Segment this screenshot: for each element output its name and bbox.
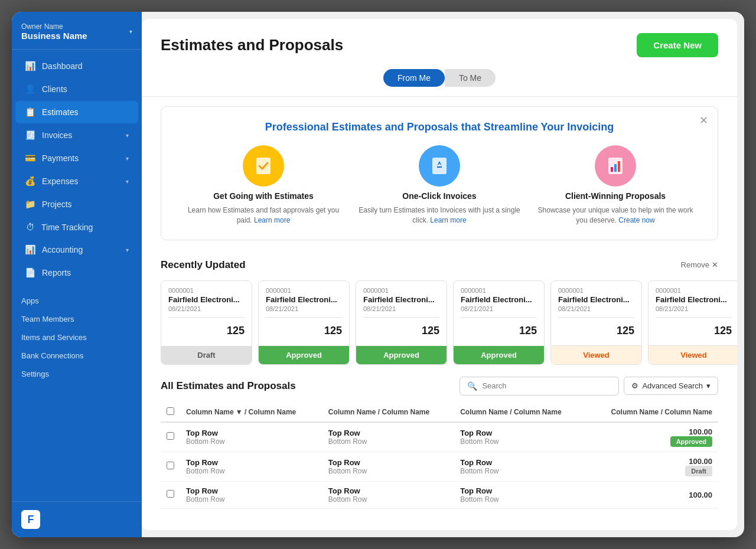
estimates-icon: 📋 [25, 107, 36, 117]
sidebar-item-reports[interactable]: 📄 Reports [15, 262, 138, 284]
remove-x-icon: ✕ [712, 260, 718, 269]
sidebar-item-payments[interactable]: 💳 Payments ▾ [15, 147, 138, 169]
create-new-button[interactable]: Create New [637, 33, 718, 57]
row-checkbox[interactable] [167, 462, 174, 469]
estimate-card-5[interactable]: 0000001 Fairfield Electroni... 08/21/202… [550, 280, 642, 365]
search-input[interactable] [482, 381, 611, 390]
items-services-label: Items and Services [21, 333, 87, 342]
recently-updated-cards: 0000001 Fairfield Electroni... 08/21/202… [142, 276, 737, 372]
client-winning-link[interactable]: Create now [618, 216, 654, 224]
card-amount: 125 [363, 322, 439, 339]
recently-updated-header: Recently Updated Remove ✕ [142, 254, 737, 276]
card-date: 08/21/2021 [558, 305, 634, 312]
sidebar-item-label: Time Tracking [41, 223, 93, 232]
card-amount: 125 [266, 322, 342, 339]
card-status: Approved [454, 346, 544, 364]
main-content: Estimates and Proposals Create New From … [142, 19, 737, 530]
one-click-link[interactable]: Learn more [430, 216, 466, 224]
row1-amount: 100.00 Approved [586, 422, 718, 452]
row1-col1: Top Row Bottom Row [180, 422, 322, 452]
col4-header: Column Name / Column Name [586, 403, 718, 422]
estimate-card-3[interactable]: 0000001 Fairfield Electroni... 08/21/202… [356, 280, 447, 365]
card-date: 08/21/2021 [461, 305, 537, 312]
sidebar-item-items-services[interactable]: Items and Services [12, 328, 142, 347]
svg-rect-4 [614, 164, 617, 172]
sidebar-header[interactable]: Owner Name Business Name ▾ [12, 12, 142, 50]
get-going-link[interactable]: Learn more [254, 216, 290, 224]
expenses-chevron-icon: ▾ [126, 178, 129, 185]
sidebar-item-apps[interactable]: Apps [12, 292, 142, 310]
row2-col3: Top Row Bottom Row [454, 452, 586, 481]
promo-feature-get-going: Get Going with Estimates Learn how Estim… [180, 145, 347, 226]
estimate-card-1[interactable]: 0000001 Fairfield Electroni... 08/21/202… [161, 280, 252, 365]
sidebar-item-bank-connections[interactable]: Bank Connections [12, 347, 142, 365]
sidebar-item-label: Payments [42, 153, 79, 163]
card-date: 08/21/2021 [656, 305, 732, 312]
payments-chevron-icon: ▾ [126, 155, 129, 162]
sidebar-header-text: Owner Name Business Name [21, 22, 87, 41]
row1-col2: Top Row Bottom Row [322, 422, 454, 452]
row3-amount: 100.00 [586, 481, 718, 508]
estimate-card-4[interactable]: 0000001 Fairfield Electroni... 08/21/202… [453, 280, 545, 365]
sidebar-item-settings[interactable]: Settings [12, 365, 142, 383]
sidebar-item-accounting[interactable]: 📊 Accounting ▾ [15, 238, 138, 261]
sidebar-item-clients[interactable]: 👤 Clients [15, 78, 138, 100]
card-date: 08/21/2021 [363, 305, 439, 312]
sidebar-item-label: Clients [42, 84, 67, 94]
sidebar-item-team-members[interactable]: Team Members [12, 310, 142, 328]
card-status: Viewed [551, 345, 641, 364]
card-client: Fairfield Electroni... [168, 295, 245, 304]
page-title: Estimates and Proposals [161, 36, 343, 54]
settings-label: Settings [21, 370, 49, 378]
search-box: 🔍 [460, 377, 619, 396]
row-checkbox-cell[interactable] [161, 452, 180, 481]
row-checkbox[interactable] [167, 490, 174, 498]
col1-header[interactable]: Column Name ▼ / Column Name [180, 403, 322, 422]
table-row: Top Row Bottom Row Top Row Bottom Row To… [161, 481, 718, 508]
select-all-cell[interactable] [161, 403, 180, 422]
promo-close-button[interactable]: ✕ [699, 114, 708, 127]
svg-rect-5 [618, 161, 620, 172]
sidebar-item-projects[interactable]: 📁 Projects [15, 193, 138, 215]
owner-name: Owner Name [21, 22, 87, 31]
advanced-search-button[interactable]: ⚙ Advanced Search ▾ [624, 377, 718, 395]
tab-to-me[interactable]: To Me [445, 69, 496, 87]
row-checkbox-cell[interactable] [161, 422, 180, 452]
team-members-label: Team Members [21, 315, 74, 323]
one-click-title: One-Click Invoices [402, 191, 476, 201]
table-row: Top Row Bottom Row Top Row Bottom Row To… [161, 422, 718, 452]
sidebar-item-estimates[interactable]: 📋 Estimates [15, 101, 138, 123]
promo-feature-client-winning: Client-Winning Proposals Showcase your u… [532, 145, 699, 226]
accounting-chevron-icon: ▾ [126, 247, 129, 253]
page-header: Estimates and Proposals Create New [142, 19, 737, 67]
sidebar-item-label: Expenses [42, 177, 78, 186]
row-checkbox[interactable] [167, 432, 174, 440]
one-click-desc: Easily turn Estimates into Invoices with… [356, 205, 523, 226]
search-icon: 🔍 [467, 381, 477, 391]
tab-from-me[interactable]: From Me [383, 69, 445, 87]
sidebar-item-expenses[interactable]: 💰 Expenses ▾ [15, 170, 138, 192]
get-going-icon [243, 145, 284, 187]
remove-button[interactable]: Remove ✕ [681, 260, 718, 269]
card-status: Approved [356, 346, 447, 364]
estimate-card-6[interactable]: 0000001 Fairfield Electroni... 08/21/202… [648, 280, 737, 365]
card-date: 08/21/2021 [168, 305, 245, 312]
sidebar-item-dashboard[interactable]: 📊 Dashboard [15, 55, 138, 77]
payments-icon: 💳 [25, 153, 36, 164]
estimate-card-2[interactable]: 0000001 Fairfield Electroni... 08/21/202… [258, 280, 350, 365]
advanced-search-label: Advanced Search [642, 381, 703, 390]
status-badge: Approved [670, 436, 712, 447]
sidebar-item-label: Estimates [42, 107, 78, 117]
row1-col3: Top Row Bottom Row [454, 422, 586, 452]
select-all-checkbox[interactable] [167, 407, 174, 415]
sidebar-item-invoices[interactable]: 🧾 Invoices ▾ [15, 124, 138, 146]
business-name: Business Name [21, 31, 87, 41]
app-container: Owner Name Business Name ▾ 📊 Dashboard 👤… [12, 12, 744, 537]
card-number: 0000001 [266, 287, 342, 294]
table-header: Column Name ▼ / Column Name Column Name … [161, 403, 718, 422]
sidebar-item-time-tracking[interactable]: ⏱ Time Tracking [15, 216, 138, 238]
card-amount: 125 [558, 322, 634, 339]
promo-features: Get Going with Estimates Learn how Estim… [180, 145, 699, 226]
row-checkbox-cell[interactable] [161, 481, 180, 508]
svg-rect-3 [611, 167, 613, 172]
